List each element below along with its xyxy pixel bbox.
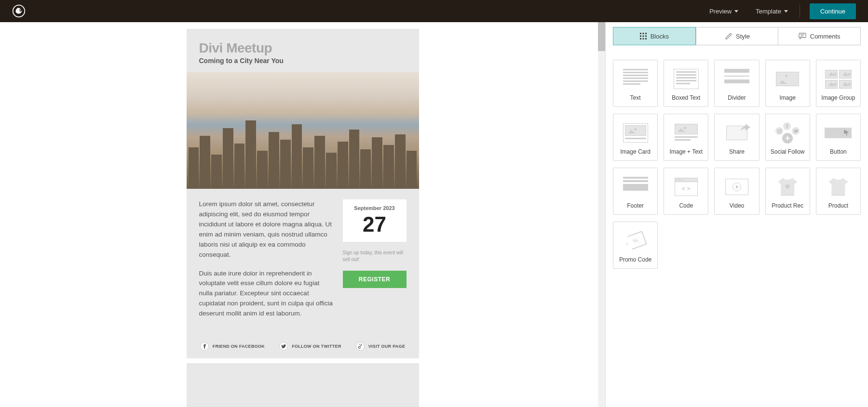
social-label: FRIEND ON FACEBOOK bbox=[213, 344, 265, 349]
boxed-text-icon bbox=[674, 66, 699, 92]
code-icon: < > bbox=[675, 173, 698, 200]
email-body-row: Lorem ipsum dolor sit amet, consectetur … bbox=[187, 189, 419, 328]
block-code[interactable]: < > Code bbox=[664, 168, 708, 215]
svg-point-15 bbox=[778, 130, 780, 132]
event-column: September 2023 27 Sign up today, this ev… bbox=[343, 199, 407, 328]
block-divider[interactable]: Divider bbox=[714, 60, 759, 107]
block-video[interactable]: Video bbox=[714, 168, 759, 215]
video-icon bbox=[725, 173, 748, 200]
top-actions: Preview Template Continue bbox=[701, 3, 856, 19]
continue-button[interactable]: Continue bbox=[810, 3, 856, 19]
city-skyline-icon bbox=[187, 113, 419, 189]
paragraph: Lorem ipsum dolor sit amet, consectetur … bbox=[199, 199, 333, 260]
email-header-block[interactable]: Divi Meetup Coming to a City Near You bbox=[187, 29, 419, 72]
paragraph: Duis aute irure dolor in reprehenderit i… bbox=[199, 269, 333, 319]
svg-rect-6 bbox=[642, 36, 644, 37]
block-text[interactable]: Text bbox=[613, 60, 658, 107]
email-preview[interactable]: Divi Meetup Coming to a City Near You Lo… bbox=[187, 29, 419, 407]
tab-label: Blocks bbox=[651, 33, 669, 40]
block-boxed-text[interactable]: Boxed Text bbox=[664, 60, 708, 107]
social-label: FOLLOW ON TWITTER bbox=[292, 344, 341, 349]
block-label: Boxed Text bbox=[672, 94, 700, 101]
image-group-icon bbox=[825, 66, 852, 92]
block-social-follow[interactable]: f+ Social Follow bbox=[765, 114, 810, 161]
tab-style[interactable]: Style bbox=[696, 27, 779, 45]
block-label: Image + Text bbox=[669, 148, 703, 155]
block-button[interactable]: Button bbox=[816, 114, 861, 161]
preview-dropdown[interactable]: Preview bbox=[701, 3, 747, 19]
block-label: Image bbox=[780, 94, 796, 101]
social-follow-icon: f+ bbox=[775, 119, 800, 146]
image-text-icon bbox=[675, 119, 698, 146]
template-dropdown[interactable]: Template bbox=[747, 3, 797, 19]
template-label: Template bbox=[756, 8, 781, 15]
hero-image[interactable] bbox=[187, 72, 419, 189]
block-label: Video bbox=[730, 202, 744, 209]
block-product-rec[interactable]: Product Rec bbox=[765, 168, 810, 215]
block-label: Social Follow bbox=[771, 148, 805, 155]
email-subtitle: Coming to a City Near You bbox=[199, 57, 407, 65]
svg-point-1 bbox=[19, 9, 20, 10]
block-image-text[interactable]: Image + Text bbox=[664, 114, 708, 161]
svg-rect-5 bbox=[640, 36, 641, 37]
share-icon bbox=[726, 119, 747, 146]
svg-rect-11 bbox=[799, 33, 806, 38]
preview-label: Preview bbox=[709, 8, 732, 15]
top-bar: Preview Template Continue bbox=[0, 0, 868, 22]
promo-code-icon: % bbox=[626, 227, 645, 254]
image-card-icon bbox=[623, 119, 648, 146]
tab-comments[interactable]: Comments bbox=[778, 27, 861, 45]
grid-icon bbox=[640, 33, 647, 39]
social-twitter[interactable]: FOLLOW ON TWITTER bbox=[279, 342, 341, 351]
block-promo-code[interactable]: % Promo Code bbox=[613, 222, 658, 269]
block-label: Promo Code bbox=[619, 256, 651, 263]
block-footer[interactable]: Footer bbox=[613, 168, 658, 215]
scrollbar[interactable] bbox=[598, 22, 605, 407]
link-icon bbox=[356, 342, 365, 351]
social-page[interactable]: VISIT OUR PAGE bbox=[356, 342, 406, 351]
chevron-down-icon bbox=[784, 10, 788, 13]
block-image-group[interactable]: Image Group bbox=[816, 60, 861, 107]
social-facebook[interactable]: FRIEND ON FACEBOOK bbox=[200, 342, 265, 351]
product-icon bbox=[828, 173, 848, 200]
block-image-card[interactable]: Image Card bbox=[613, 114, 658, 161]
block-product[interactable]: Product bbox=[816, 168, 861, 215]
block-image[interactable]: Image bbox=[765, 60, 810, 107]
svg-rect-7 bbox=[645, 36, 647, 37]
text-lines-icon bbox=[623, 66, 648, 92]
svg-rect-2 bbox=[640, 33, 641, 34]
twitter-icon bbox=[279, 342, 288, 351]
block-label: Text bbox=[630, 94, 641, 101]
event-day: 27 bbox=[343, 214, 407, 235]
tab-label: Style bbox=[736, 33, 750, 40]
next-section[interactable] bbox=[187, 363, 419, 371]
block-label: Button bbox=[830, 148, 847, 155]
footer-icon bbox=[623, 173, 648, 200]
svg-rect-4 bbox=[645, 33, 647, 34]
block-share[interactable]: Share bbox=[714, 114, 759, 161]
scrollbar-thumb[interactable] bbox=[598, 22, 605, 51]
svg-rect-14 bbox=[778, 129, 781, 132]
facebook-icon bbox=[200, 342, 209, 351]
block-label: Image Card bbox=[620, 148, 651, 155]
chevron-down-icon bbox=[734, 10, 738, 13]
tab-blocks[interactable]: Blocks bbox=[613, 27, 696, 45]
event-month: September 2023 bbox=[343, 205, 407, 211]
register-button[interactable]: REGISTER bbox=[343, 271, 407, 288]
event-note: Sign up today, this event will sell out! bbox=[343, 249, 407, 263]
mailchimp-logo-icon bbox=[12, 4, 26, 18]
brush-icon bbox=[724, 32, 732, 40]
divider-icon bbox=[724, 66, 749, 92]
block-label: Code bbox=[679, 202, 693, 209]
svg-rect-8 bbox=[640, 38, 641, 39]
date-box[interactable]: September 2023 27 bbox=[343, 199, 407, 242]
block-label: Product Rec bbox=[772, 202, 803, 209]
separator bbox=[800, 5, 800, 17]
canvas-area[interactable]: Divi Meetup Coming to a City Near You Lo… bbox=[0, 22, 605, 407]
social-label: VISIT OUR PAGE bbox=[368, 344, 406, 349]
block-label: Footer bbox=[627, 202, 644, 209]
panel-tabs: Blocks Style Comments bbox=[606, 22, 868, 45]
email-body-text[interactable]: Lorem ipsum dolor sit amet, consectetur … bbox=[199, 199, 333, 328]
main: Divi Meetup Coming to a City Near You Lo… bbox=[0, 22, 868, 407]
button-icon bbox=[825, 119, 852, 146]
